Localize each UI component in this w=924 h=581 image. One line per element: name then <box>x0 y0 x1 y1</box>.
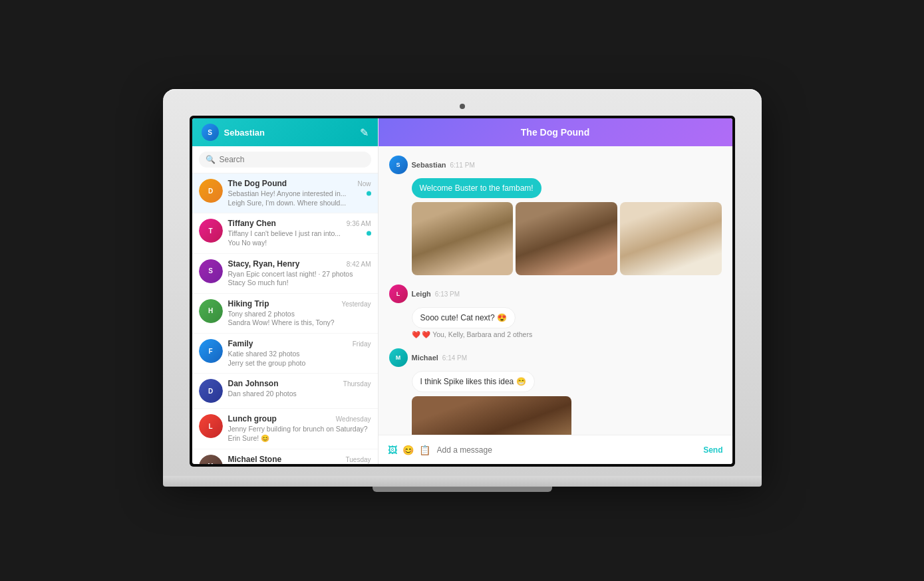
conversation-item[interactable]: T Tiffany Chen 9:36 AM Tiffany I can't b… <box>192 213 378 253</box>
app: S Sebastian ✎ 🔍 <box>192 118 732 464</box>
conv-name: Michael Stone <box>228 455 282 464</box>
conv-time: Wednesday <box>336 415 371 423</box>
conv-preview: Katie shared 32 photos <box>228 350 371 359</box>
avatar: S <box>202 124 219 141</box>
conversation-item[interactable]: F Family Friday Katie shared 32 photos J… <box>192 334 378 374</box>
image-icon[interactable]: 🖼 <box>388 445 397 455</box>
input-icons: 🖼 😊 📋 <box>388 445 430 455</box>
msg-avatar: M <box>389 348 408 367</box>
msg-avatar-img: S <box>389 156 408 174</box>
conv-content: Family Friday Katie shared 32 photos Jer… <box>228 339 371 368</box>
conversations-list: D The Dog Pound Now Sebastian Hey! Anyon… <box>192 174 378 464</box>
screen: S Sebastian ✎ 🔍 <box>192 118 732 464</box>
chat-main: The Dog Pound S Sebastian 6:11 P <box>379 118 732 464</box>
conv-avatar: T <box>199 219 223 243</box>
conv-content: Stacy, Ryan, Henry 8:42 AM Ryan Epic con… <box>228 259 371 288</box>
conversation-item[interactable]: L Lunch group Wednesday Jenny Ferry buil… <box>192 409 378 449</box>
conv-time: 8:42 AM <box>347 261 371 268</box>
unread-indicator <box>367 231 371 235</box>
conv-avatar-img: M <box>199 455 223 464</box>
msg-bubble-michael: I think Spike likes this idea 😁 <box>412 371 535 392</box>
conv-avatar-img: D <box>199 179 223 203</box>
attachment-icon[interactable]: 📋 <box>419 445 430 455</box>
msg-meta: L Leigh 6:13 PM <box>389 285 722 303</box>
conv-time: Yesterday <box>341 300 371 308</box>
conv-preview-2: Jerry set the group photo <box>228 359 371 368</box>
conv-content: The Dog Pound Now Sebastian Hey! Anyone … <box>228 179 371 207</box>
message-group: M Michael 6:14 PM I think Spike likes th… <box>389 348 722 435</box>
conv-time: Now <box>357 180 371 187</box>
conversation-item[interactable]: M Michael Stone Tuesday Michael shared 1… <box>192 449 378 464</box>
emoji-icon[interactable]: 😊 <box>402 445 414 455</box>
conv-top: Michael Stone Tuesday <box>228 455 371 464</box>
conv-name: Family <box>228 339 253 348</box>
conv-top: Family Friday <box>228 339 371 348</box>
conv-top: Dan Johnson Thursday <box>228 379 371 388</box>
conv-preview-2: Leigh Sure, I'm down. Where should... <box>228 199 371 208</box>
conv-avatar-img: F <box>199 339 223 363</box>
conv-content: Lunch group Wednesday Jenny Ferry buildi… <box>228 414 371 443</box>
chat-messages: S Sebastian 6:11 PM Welcome Buster to th… <box>379 146 732 435</box>
conv-top: Hiking Trip Yesterday <box>228 299 371 308</box>
message-input[interactable] <box>437 445 697 455</box>
search-input-wrapper[interactable]: 🔍 <box>199 152 371 168</box>
conv-avatar: M <box>199 455 223 464</box>
screen-bezel: S Sebastian ✎ 🔍 <box>190 116 735 467</box>
conversation-item[interactable]: D The Dog Pound Now Sebastian Hey! Anyon… <box>192 174 378 213</box>
search-icon: 🔍 <box>206 155 216 164</box>
conv-name: Tiffany Chen <box>228 219 276 228</box>
conv-avatar-img: H <box>199 299 223 323</box>
conv-avatar-img: D <box>199 379 223 403</box>
laptop-stand <box>373 487 552 492</box>
msg-time: 6:14 PM <box>442 354 467 362</box>
conv-content: Dan Johnson Thursday Dan shared 20 photo… <box>228 379 371 399</box>
laptop-body: S Sebastian ✎ 🔍 <box>163 89 762 476</box>
conv-avatar: S <box>199 259 223 283</box>
message-group: S Sebastian 6:11 PM Welcome Buster to th… <box>389 156 722 275</box>
conv-avatar: H <box>199 299 223 323</box>
conversation-item[interactable]: H Hiking Trip Yesterday Tony shared 2 ph… <box>192 294 378 334</box>
msg-time: 6:11 PM <box>450 162 474 169</box>
send-button[interactable]: Send <box>703 445 722 455</box>
conv-time: Tuesday <box>346 456 371 463</box>
conversation-item[interactable]: D Dan Johnson Thursday Dan shared 20 pho… <box>192 374 378 409</box>
msg-avatar-img: M <box>389 348 408 367</box>
msg-time: 6:13 PM <box>435 290 460 298</box>
conv-time: Friday <box>353 340 371 348</box>
conv-name: Dan Johnson <box>228 379 279 388</box>
conv-preview-2: Stacy So much fun! <box>228 279 371 288</box>
conv-preview: Tony shared 2 photos <box>228 310 371 319</box>
conv-name: Lunch group <box>228 414 277 423</box>
conv-preview: Jenny Ferry building for brunch on Satur… <box>228 425 371 434</box>
msg-sender: Sebastian <box>412 161 446 169</box>
search-input[interactable] <box>220 155 365 164</box>
conv-preview: Ryan Epic concert last night! · 27 photo… <box>228 270 371 279</box>
conv-preview-2: Sandra Wow! Where is this, Tony? <box>228 318 371 328</box>
photo-thumb-2 <box>516 202 617 275</box>
conv-avatar: L <box>199 414 223 438</box>
sidebar-header: S Sebastian ✎ <box>192 118 378 146</box>
heart-icon: ❤️ <box>412 330 420 338</box>
photo-thumb-spike <box>412 396 571 435</box>
conv-content: Tiffany Chen 9:36 AM Tiffany I can't bel… <box>228 219 371 247</box>
conv-top: The Dog Pound Now <box>228 179 371 188</box>
conv-top: Stacy, Ryan, Henry 8:42 AM <box>228 259 371 269</box>
conv-avatar-img: L <box>199 414 223 438</box>
msg-avatar-img: L <box>389 285 408 303</box>
photo-thumb-3 <box>620 202 722 275</box>
conv-avatar-img: T <box>199 219 223 243</box>
compose-icon[interactable]: ✎ <box>360 126 369 139</box>
msg-avatar: S <box>389 156 408 174</box>
msg-sender: Michael <box>412 354 438 362</box>
chat-title: The Dog Pound <box>521 127 589 138</box>
conversation-item[interactable]: S Stacy, Ryan, Henry 8:42 AM Ryan Epic c… <box>192 254 378 294</box>
reactions: ❤️ ❤️ You, Kelly, Barbara and 2 others <box>412 330 722 339</box>
conv-preview: Sebastian Hey! Anyone interested in... <box>228 189 371 199</box>
msg-bubble-leigh: Sooo cute! Cat next? 😍 <box>412 307 516 328</box>
message-group: L Leigh 6:13 PM Sooo cute! Cat next? 😍 ❤… <box>389 285 722 339</box>
photo-thumb-1 <box>412 202 514 275</box>
conv-preview: Tiffany I can't believe I just ran into.… <box>228 229 371 239</box>
conv-avatar: F <box>199 339 223 363</box>
conv-name: Hiking Trip <box>228 299 269 308</box>
user-info: S Sebastian <box>202 124 265 141</box>
